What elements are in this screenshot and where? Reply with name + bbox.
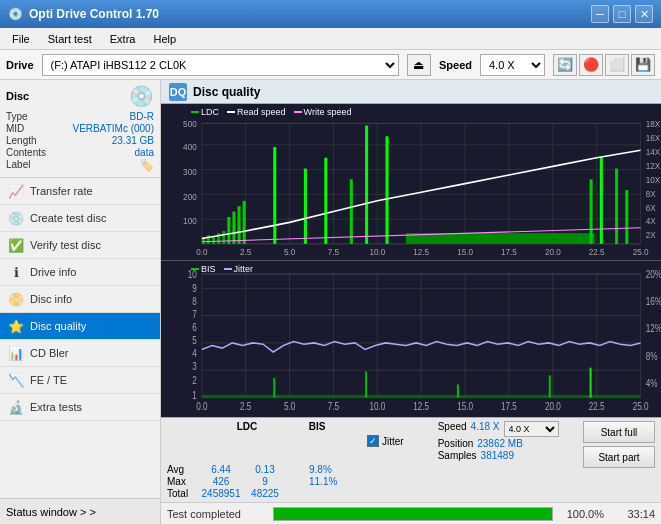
svg-rect-57 xyxy=(385,136,388,244)
svg-text:6: 6 xyxy=(192,322,197,333)
save-button[interactable]: 💾 xyxy=(631,54,655,76)
speed-select[interactable]: 4.0 X xyxy=(480,54,545,76)
titlebar-controls: ─ □ ✕ xyxy=(591,5,653,23)
svg-text:5: 5 xyxy=(192,335,197,346)
sidebar-label-cd-bler: CD Bler xyxy=(30,347,69,359)
nav-items: 📈 Transfer rate 💿 Create test disc ✅ Ver… xyxy=(0,178,160,498)
speed-label: Speed xyxy=(439,59,472,71)
maximize-button[interactable]: □ xyxy=(613,5,631,23)
start-part-button[interactable]: Start part xyxy=(583,446,655,468)
bis-header: BIS xyxy=(297,421,337,461)
menu-extra[interactable]: Extra xyxy=(102,31,144,47)
speed-row: Speed 4.18 X 4.0 X xyxy=(438,421,559,437)
sidebar-item-disc-info[interactable]: 📀 Disc info xyxy=(0,286,160,313)
speed-select-stats[interactable]: 4.0 X xyxy=(504,421,559,437)
svg-text:5.0: 5.0 xyxy=(284,246,296,256)
color1-button[interactable]: 🔴 xyxy=(579,54,603,76)
app-title: Opti Drive Control 1.70 xyxy=(29,7,159,21)
sidebar-label-drive-info: Drive info xyxy=(30,266,76,278)
refresh-button[interactable]: 🔄 xyxy=(553,54,577,76)
stats-headers: LDC BIS ✓ Jitter Speed 4.18 X 4.0 X xyxy=(167,421,559,461)
jitter-check: ✓ Jitter xyxy=(367,421,404,461)
svg-text:4X: 4X xyxy=(646,216,656,226)
close-button[interactable]: ✕ xyxy=(635,5,653,23)
stats-bar: LDC BIS ✓ Jitter Speed 4.18 X 4.0 X xyxy=(161,417,661,502)
svg-text:2.5: 2.5 xyxy=(240,246,252,256)
sidebar-label-disc-info: Disc info xyxy=(30,293,72,305)
total-row: Total 2458951 48225 xyxy=(167,488,559,499)
ldc-max: 426 xyxy=(201,476,241,487)
create-test-disc-icon: 💿 xyxy=(8,210,24,226)
drivebar: Drive (F:) ATAPI iHBS112 2 CL0K ⏏ Speed … xyxy=(0,50,661,80)
status-window-button[interactable]: Status window > > xyxy=(0,498,160,524)
svg-text:100: 100 xyxy=(183,216,197,226)
eject-button[interactable]: ⏏ xyxy=(407,54,431,76)
max-label: Max xyxy=(167,476,197,487)
jitter-avg: 9.8% xyxy=(309,464,332,475)
sidebar-label-fe-te: FE / TE xyxy=(30,374,67,386)
color2-button[interactable]: ⬜ xyxy=(605,54,629,76)
menu-file[interactable]: File xyxy=(4,31,38,47)
toolbar-icons: 🔄 🔴 ⬜ 💾 xyxy=(553,54,655,76)
progress-area: Test completed 100.0% 33:14 xyxy=(161,502,661,524)
disc-quality-icon: ⭐ xyxy=(8,318,24,334)
svg-text:12%: 12% xyxy=(646,324,661,335)
svg-rect-111 xyxy=(549,375,551,397)
disc-contents-row: Contents data xyxy=(6,147,154,158)
minimize-button[interactable]: ─ xyxy=(591,5,609,23)
sidebar-item-cd-bler[interactable]: 📊 CD Bler xyxy=(0,340,160,367)
svg-text:12.5: 12.5 xyxy=(413,246,429,256)
chart2-svg: 10 9 8 7 6 5 4 3 2 1 20% 16% 12% 8% 4% xyxy=(161,261,661,417)
svg-text:4%: 4% xyxy=(646,378,658,389)
position-val: 23862 MB xyxy=(477,438,523,449)
avg-label: Avg xyxy=(167,464,197,475)
svg-rect-47 xyxy=(222,231,225,244)
svg-text:2: 2 xyxy=(192,376,197,387)
svg-rect-107 xyxy=(202,395,641,398)
svg-text:6X: 6X xyxy=(646,202,656,212)
svg-text:10X: 10X xyxy=(646,174,661,184)
menu-help[interactable]: Help xyxy=(145,31,184,47)
legend-bis-label: BIS xyxy=(201,264,216,274)
svg-rect-62 xyxy=(625,190,628,244)
ldc-bis-stats: LDC BIS ✓ Jitter Speed 4.18 X 4.0 X xyxy=(167,421,559,499)
disc-mid-value: VERBATIMc (000) xyxy=(73,123,155,134)
svg-rect-112 xyxy=(590,368,592,398)
drive-info-icon: ℹ xyxy=(8,264,24,280)
disc-length-value: 23.31 GB xyxy=(112,135,154,146)
sidebar-item-drive-info[interactable]: ℹ Drive info xyxy=(0,259,160,286)
start-full-button[interactable]: Start full xyxy=(583,421,655,443)
svg-text:200: 200 xyxy=(183,192,197,202)
bis-avg: 0.13 xyxy=(245,464,285,475)
disc-quality-header-icon: DQ xyxy=(169,83,187,101)
sidebar-item-verify-test-disc[interactable]: ✅ Verify test disc xyxy=(0,232,160,259)
svg-text:15.0: 15.0 xyxy=(457,246,473,256)
sidebar-label-create-test-disc: Create test disc xyxy=(30,212,106,224)
svg-text:15.0: 15.0 xyxy=(457,402,473,413)
svg-text:300: 300 xyxy=(183,167,197,177)
ldc-avg: 6.44 xyxy=(201,464,241,475)
svg-text:22.5: 22.5 xyxy=(589,246,605,256)
svg-text:9: 9 xyxy=(192,283,197,294)
sidebar-item-extra-tests[interactable]: 🔬 Extra tests xyxy=(0,394,160,421)
svg-rect-48 xyxy=(227,217,230,244)
sidebar-item-disc-quality[interactable]: ⭐ Disc quality xyxy=(0,313,160,340)
sidebar-label-extra-tests: Extra tests xyxy=(30,401,82,413)
titlebar: 💿 Opti Drive Control 1.70 ─ □ ✕ xyxy=(0,0,661,28)
disc-mid-row: MID VERBATIMc (000) xyxy=(6,123,154,134)
drive-select[interactable]: (F:) ATAPI iHBS112 2 CL0K xyxy=(42,54,399,76)
speed-key: Speed xyxy=(438,421,467,437)
sidebar-item-create-test-disc[interactable]: 💿 Create test disc xyxy=(0,205,160,232)
sidebar-item-transfer-rate[interactable]: 📈 Transfer rate xyxy=(0,178,160,205)
jitter-checkbox[interactable]: ✓ xyxy=(367,435,379,447)
sidebar-item-fe-te[interactable]: 📉 FE / TE xyxy=(0,367,160,394)
svg-text:25.0: 25.0 xyxy=(633,402,649,413)
menu-start-test[interactable]: Start test xyxy=(40,31,100,47)
legend-ldc-label: LDC xyxy=(201,107,219,117)
chart2-legend: BIS Jitter xyxy=(191,264,253,274)
jitter-max: 11.1% xyxy=(309,476,337,487)
svg-text:0.0: 0.0 xyxy=(196,246,208,256)
avg-row: Avg 6.44 0.13 9.8% xyxy=(167,464,559,475)
svg-text:18X: 18X xyxy=(646,118,661,128)
svg-rect-49 xyxy=(232,212,235,244)
